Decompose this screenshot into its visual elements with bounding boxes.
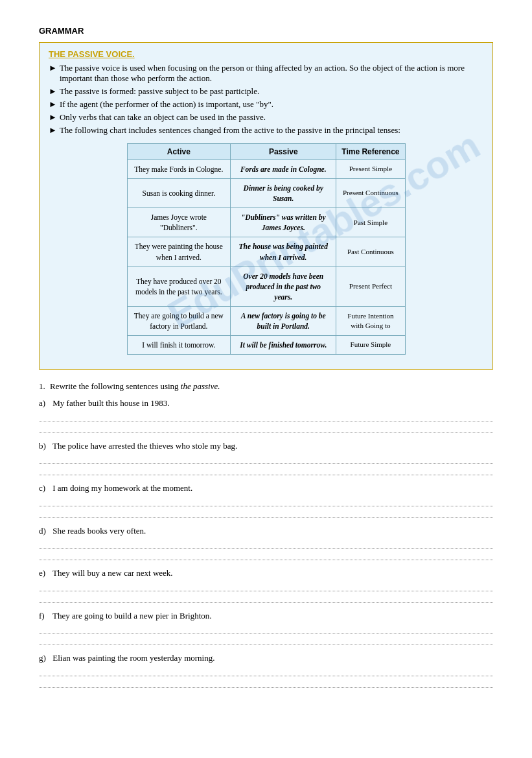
table-cell-active-6: I will finish it tomorrow. (127, 336, 231, 355)
table-cell-passive-4: Over 20 models have been produced in the… (231, 266, 336, 306)
bullet-arrow-4: ► (49, 112, 57, 123)
exercise-item-text-5: f) They are going to build a new pier in… (39, 610, 493, 622)
bullet-arrow-1: ► (49, 63, 57, 73)
info-box-title: THE PASSIVE VOICE. (49, 49, 483, 59)
exercise-item-text-2: c) I am doing my homework at the moment. (39, 482, 493, 495)
bullet-2: ► The passive is formed: passive subject… (49, 86, 483, 97)
table-cell-time-2: Past Simple (336, 208, 405, 237)
info-box: THE PASSIVE VOICE. ► The passive voice i… (39, 42, 493, 370)
table-row: They were painting the house when I arri… (127, 237, 405, 266)
answer-line-1-2 (39, 466, 493, 475)
bullet-5: ► The following chart includes sentences… (49, 125, 483, 136)
table-cell-time-0: Present Simple (336, 160, 405, 179)
exercise-item-text-0: a) My father built this house in 1983. (39, 397, 493, 410)
table-cell-passive-1: Dinner is being cooked by Susan. (231, 179, 336, 208)
passive-voice-table: Active Passive Time Reference They make … (127, 143, 406, 355)
table-cell-time-3: Past Continuous (336, 237, 405, 266)
table-cell-active-2: James Joyce wrote "Dubliners". (127, 208, 231, 237)
answer-line-2-1 (39, 497, 493, 506)
table-row: I will finish it tomorrow.It will be fin… (127, 336, 405, 355)
answer-line-0-1 (39, 412, 493, 421)
bullet-3: ► If the agent (the performer of the act… (49, 99, 483, 110)
exercise-list: a) My father built this house in 1983.b)… (39, 397, 493, 688)
col-header-active: Active (127, 144, 231, 160)
bullet-text-5: The following chart includes sentences c… (60, 125, 400, 136)
table-cell-active-0: They make Fords in Cologne. (127, 160, 231, 179)
exercise-intro-italic: the passive. (179, 381, 220, 392)
table-cell-passive-3: The house was being painted when I arriv… (231, 237, 336, 266)
table-cell-time-5: Future Intention with Going to (336, 306, 405, 335)
exercise-letter-1: b) (39, 440, 51, 453)
answer-line-2-2 (39, 509, 493, 518)
exercise-item-text-4: e) They will buy a new car next week. (39, 567, 493, 580)
bullet-text-4: Only verbs that can take an object can b… (60, 112, 266, 123)
answer-line-4-1 (39, 582, 493, 591)
answer-line-6-1 (39, 667, 493, 676)
table-cell-passive-5: A new factory is going to be built in Po… (231, 306, 336, 335)
answer-line-5-2 (39, 636, 493, 645)
exercise-letter-3: d) (39, 525, 51, 538)
list-item: g) Elian was painting the room yesterday… (39, 652, 493, 688)
col-header-time: Time Reference (336, 144, 405, 160)
table-cell-active-1: Susan is cooking dinner. (127, 179, 231, 208)
exercise-item-text-3: d) She reads books very often. (39, 525, 493, 538)
bullet-text-3: If the agent (the performer of the actio… (60, 99, 273, 110)
exercise-letter-2: c) (39, 482, 51, 495)
bullet-arrow-3: ► (49, 99, 57, 110)
bullet-4: ► Only verbs that can take an object can… (49, 112, 483, 123)
table-cell-active-3: They were painting the house when I arri… (127, 237, 231, 266)
exercise-letter-6: g) (39, 652, 51, 665)
exercise-item-text-1: b) The police have arrested the thieves … (39, 440, 493, 453)
list-item: a) My father built this house in 1983. (39, 397, 493, 433)
exercise-intro-label: Rewrite the following sentences using (50, 381, 179, 392)
table-row: They are going to build a new factory in… (127, 306, 405, 335)
list-item: d) She reads books very often. (39, 525, 493, 561)
list-item: b) The police have arrested the thieves … (39, 440, 493, 476)
col-header-passive: Passive (231, 144, 336, 160)
exercise-item-text-6: g) Elian was painting the room yesterday… (39, 652, 493, 665)
exercise-intro: 1. Rewrite the following sentences using… (39, 381, 493, 392)
answer-line-5-1 (39, 624, 493, 634)
bullet-1: ► The passive voice is used when focusin… (49, 63, 483, 84)
page-title: GRAMMAR (39, 26, 493, 36)
exercise-letter-4: e) (39, 567, 51, 580)
table-cell-active-4: They have produced over 20 models in the… (127, 266, 231, 306)
list-item: c) I am doing my homework at the moment. (39, 482, 493, 518)
answer-line-4-2 (39, 594, 493, 603)
exercise-number: 1. (39, 381, 45, 392)
table-row: They have produced over 20 models in the… (127, 266, 405, 306)
answer-line-6-2 (39, 679, 493, 688)
list-item: e) They will buy a new car next week. (39, 567, 493, 603)
bullet-text-1: The passive voice is used when focusing … (60, 63, 483, 84)
answer-line-3-2 (39, 551, 493, 560)
table-row: They make Fords in Cologne.Fords are mad… (127, 160, 405, 179)
answer-line-0-2 (39, 424, 493, 433)
exercise-letter-5: f) (39, 610, 51, 622)
table-cell-time-4: Present Perfect (336, 266, 405, 306)
table-cell-passive-6: It will be finished tomorrow. (231, 336, 336, 355)
bullet-arrow-2: ► (49, 86, 57, 97)
table-row: Susan is cooking dinner.Dinner is being … (127, 179, 405, 208)
table-cell-active-5: They are going to build a new factory in… (127, 306, 231, 335)
list-item: f) They are going to build a new pier in… (39, 610, 493, 646)
table-cell-passive-0: Fords are made in Cologne. (231, 160, 336, 179)
table-row: James Joyce wrote "Dubliners"."Dubliners… (127, 208, 405, 237)
table-cell-time-1: Present Continuous (336, 179, 405, 208)
table-cell-time-6: Future Simple (336, 336, 405, 355)
bullet-arrow-5: ► (49, 125, 57, 136)
answer-line-3-1 (39, 539, 493, 549)
exercises-section: 1. Rewrite the following sentences using… (39, 381, 493, 688)
bullet-text-2: The passive is formed: passive subject t… (60, 86, 259, 97)
exercise-letter-0: a) (39, 397, 51, 410)
table-cell-passive-2: "Dubliners" was written by James Joyces. (231, 208, 336, 237)
answer-line-1-1 (39, 455, 493, 464)
table-container: Active Passive Time Reference They make … (49, 143, 483, 355)
